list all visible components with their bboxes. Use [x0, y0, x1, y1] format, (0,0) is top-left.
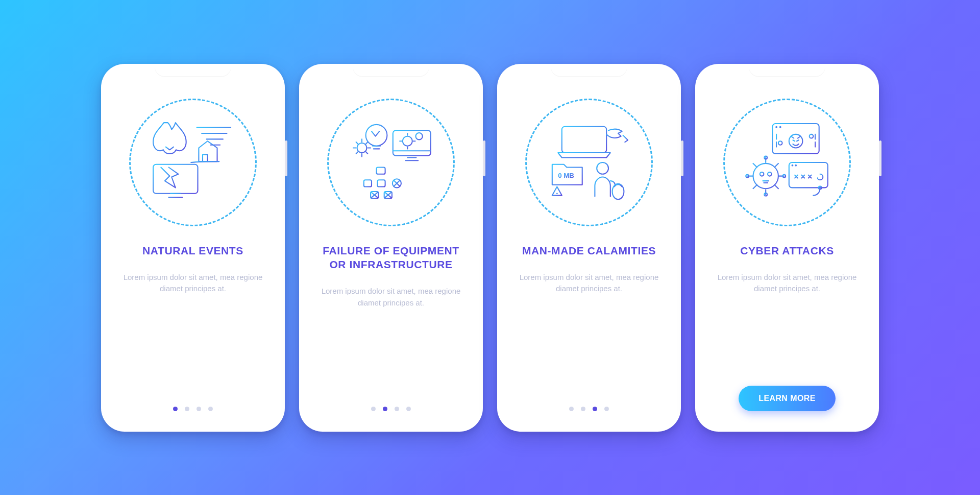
page-dot[interactable] [371, 407, 376, 411]
equipment-failure-icon [327, 99, 455, 226]
cyber-attacks-icon [723, 99, 851, 226]
onboarding-card-natural-events: NATURAL EVENTS Lorem ipsum dolor sit ame… [101, 64, 285, 432]
svg-point-23 [760, 172, 764, 176]
learn-more-button[interactable]: LEARN MORE [739, 386, 836, 411]
page-dot[interactable] [185, 407, 189, 411]
svg-rect-16 [773, 124, 819, 154]
card-title: CYBER ATTACKS [740, 244, 834, 257]
svg-point-30 [792, 164, 794, 166]
card-title: MAN-MADE CALAMITIES [522, 244, 656, 257]
svg-rect-0 [153, 164, 198, 193]
pagination-dots [173, 407, 213, 411]
page-dot[interactable] [593, 407, 597, 411]
svg-rect-12 [562, 126, 606, 152]
onboarding-card-equipment-failure: FAILURE OF EQUIPMENT OR INFRASTRUCTURE L… [299, 64, 483, 432]
svg-point-13 [556, 193, 558, 194]
svg-point-2 [357, 143, 367, 153]
page-dot[interactable] [383, 407, 387, 411]
zero-mb-label: 0 MB [558, 172, 574, 179]
card-description: Lorem ipsum dolor sit amet, mea regione … [316, 286, 465, 309]
onboarding-phone-row: NATURAL EVENTS Lorem ipsum dolor sit ame… [76, 33, 904, 462]
card-description: Lorem ipsum dolor sit amet, mea regione … [118, 272, 267, 295]
svg-rect-7 [364, 180, 372, 186]
page-dot[interactable] [173, 407, 178, 411]
pagination-dots [371, 407, 411, 411]
card-description: Lorem ipsum dolor sit amet, mea regione … [514, 272, 664, 295]
svg-point-17 [775, 126, 777, 128]
card-title: FAILURE OF EQUIPMENT OR INFRASTRUCTURE [316, 244, 465, 272]
page-dot[interactable] [208, 407, 213, 411]
svg-rect-8 [377, 180, 385, 186]
svg-point-4 [403, 136, 412, 146]
svg-rect-6 [377, 167, 385, 174]
page-dot[interactable] [569, 407, 574, 411]
svg-point-24 [768, 172, 772, 176]
page-dot[interactable] [406, 407, 411, 411]
page-dot[interactable] [197, 407, 201, 411]
svg-point-14 [597, 162, 608, 174]
onboarding-card-cyber-attacks: CYBER ATTACKS Lorem ipsum dolor sit amet… [695, 64, 879, 432]
page-dot[interactable] [604, 407, 609, 411]
svg-point-19 [778, 141, 782, 145]
svg-point-20 [810, 134, 814, 138]
pagination-dots [569, 407, 609, 411]
page-dot[interactable] [395, 407, 399, 411]
page-dot[interactable] [581, 407, 585, 411]
natural-events-icon [129, 99, 257, 226]
svg-point-31 [795, 164, 797, 166]
onboarding-card-man-made: 0 MB MAN-MADE CALAMITIES Lorem ipsum dol… [497, 64, 681, 432]
svg-point-5 [415, 133, 422, 139]
card-description: Lorem ipsum dolor sit amet, mea regione … [713, 272, 862, 295]
man-made-calamities-icon: 0 MB [525, 99, 653, 226]
card-title: NATURAL EVENTS [142, 244, 243, 257]
svg-point-18 [779, 126, 781, 128]
